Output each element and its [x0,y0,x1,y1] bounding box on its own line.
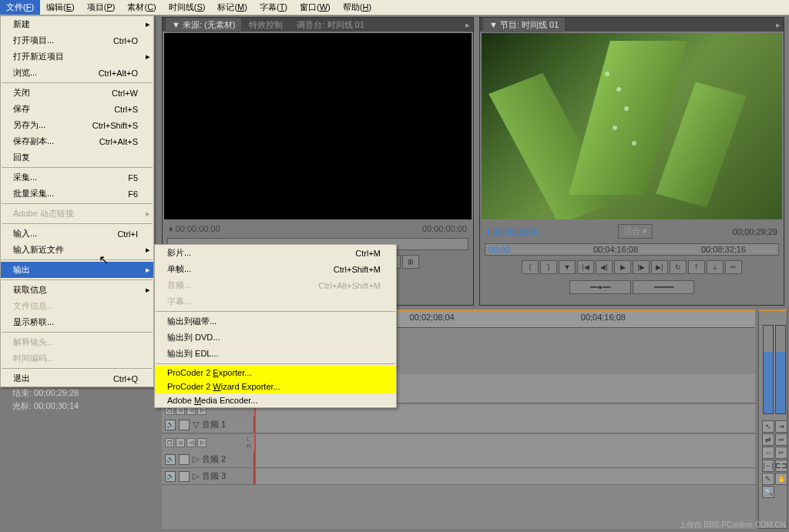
audio-track-1-header[interactable]: 🔊 ▽ 音频 1 [162,417,254,433]
export-menu-item[interactable]: 输出到 EDL... [155,346,396,362]
menu-file[interactable]: 文件(F) [0,0,40,15]
program-transport-controls: { } ▼ |◀ ◀| ▶ |▶ ▶| ↻ ⇡ ⇣ ✂ [480,257,784,277]
lock-icon[interactable] [179,454,190,465]
track-select-tool[interactable]: ⇥ [775,420,787,433]
lock-icon[interactable] [179,471,190,482]
play-button[interactable]: ▶ [614,260,631,274]
next-keyframe-icon[interactable]: ▷ [197,438,206,447]
tab-mixer[interactable]: 调音台: 时间线 01 [290,18,370,32]
slip-tool[interactable]: |↔| [762,460,774,472]
export-menu-item[interactable]: 输出到 DVD... [155,330,396,346]
marker-button[interactable]: ▼ [559,260,576,274]
file-menu-item[interactable]: 保存副本...Ctrl+Alt+S [1,133,153,149]
file-menu-item[interactable]: 输入新近文件▸ [1,242,153,258]
file-menu-item: 时间编码... [1,350,153,366]
menu-marker[interactable]: 标记(M) [211,0,253,15]
source-timecode-right: 00;00;00;00 [422,224,467,233]
slide-tool[interactable]: ⊏⊐ [775,460,787,472]
file-menu-item[interactable]: 新建▸ [1,16,153,32]
speaker-icon[interactable]: 🔊 [165,420,176,430]
jog-slider[interactable]: ━━●━━ [569,280,631,294]
menu-window[interactable]: 窗口(W) [294,0,337,15]
file-menu-item[interactable]: 关闭Ctrl+W [1,85,153,101]
export-menu-item[interactable]: ProCoder 2 Exporter... [155,366,396,380]
hand-tool[interactable]: ✋ [775,473,787,485]
program-timecode-left[interactable]: ♦ 00;00;00;00 [486,227,538,236]
program-viewport [482,33,782,219]
export-menu-item[interactable]: 输出到磁带... [155,313,396,330]
audio-track-3-header[interactable]: 🔊 ▷ 音频 3 [162,468,254,484]
rate-tool[interactable]: ↔ [762,447,774,459]
panel-menu-icon[interactable]: ▸ [776,20,781,30]
selection-tool[interactable]: ↖ [762,420,774,433]
program-monitor-panel: ▼ 节目: 时间线 01 ▸ ♦ 00;00;00;00 适合 ▾ 00;00;… [479,17,784,306]
file-menu-item[interactable]: 获取信息▸ [1,282,153,298]
audio-track-2-header[interactable]: 🔊 ▷ 音频 2 [162,451,254,467]
goto-out-button[interactable]: ▶| [651,260,668,274]
export-menu-item: 字幕... [155,293,396,309]
zoom-tool[interactable]: 🔍 [762,486,774,498]
file-menu-item[interactable]: 退出Ctrl+Q [1,370,153,386]
trim-button[interactable]: ✂ [725,260,742,274]
panel-menu-icon[interactable]: ▸ [465,20,470,30]
step-fwd-button[interactable]: |▶ [633,260,650,274]
extract-button[interactable]: ⇣ [707,260,724,274]
zoom-fit-dropdown[interactable]: 适合 ▾ [618,224,653,239]
program-time-ruler[interactable]: 00;00 00;04;16;08 00;08;32;16 [485,243,779,256]
export-menu-item[interactable]: Adobe Media Encoder... [155,393,396,407]
collapse-icon[interactable]: ▽ [193,420,199,430]
file-menu-item[interactable]: 输出▸ [1,262,153,278]
track-keyframe-icon[interactable]: ◇ [176,438,185,447]
info-end: 结束: 00;00;29;28 [8,386,158,400]
file-menu-item[interactable]: 另存为...Ctrl+Shift+S [1,117,153,133]
export-menu-item[interactable]: ProCoder 2 Wizard Exporter... [155,380,396,393]
file-menu-item[interactable]: 批量采集...F6 [1,186,153,202]
ripple-tool[interactable]: ⇄ [762,433,774,446]
menu-clip[interactable]: 素材(C) [121,0,162,15]
file-menu-item[interactable]: 显示桥联... [1,314,153,330]
file-menu-item[interactable]: 浏览...Ctrl+Alt+O [1,65,153,81]
file-menu-item[interactable]: 采集...F5 [1,169,153,186]
shuttle-slider[interactable]: ━━━━━ [633,280,694,294]
tab-source[interactable]: ▼ 来源: (无素材) [166,18,241,32]
lock-icon[interactable] [179,420,190,430]
goto-in-button[interactable]: |◀ [577,260,594,274]
expand-icon[interactable]: ▷ [193,454,199,464]
audio-track-1-content[interactable] [254,417,755,433]
file-menu-item[interactable]: 保存Ctrl+S [1,101,153,117]
file-menu-item[interactable]: 回复 [1,149,153,166]
source-viewport [164,33,472,219]
set-in-button[interactable]: { [522,260,539,274]
rolling-tool[interactable]: ⇔ [775,433,787,446]
razor-tool[interactable]: ✂ [775,447,787,459]
menu-edit[interactable]: 编辑(E) [40,0,81,15]
file-menu-item[interactable]: 打开项目...Ctrl+O [1,32,153,49]
meter-right [775,325,786,414]
menu-project[interactable]: 项目(P) [81,0,122,15]
tab-program[interactable]: ▼ 节目: 时间线 01 [483,18,565,32]
menu-help[interactable]: 帮助(H) [337,0,378,15]
overlay-button[interactable]: ⊞ [402,255,419,269]
pen-tool[interactable]: ✎ [762,473,774,485]
export-menu-item[interactable]: 单帧...Ctrl+Shift+M [155,261,396,277]
file-menu-item[interactable]: 输入...Ctrl+I [1,226,153,242]
speaker-icon[interactable]: 🔊 [165,454,176,465]
speaker-icon[interactable]: 🔊 [165,471,176,482]
step-back-button[interactable]: ◀| [596,260,613,274]
prev-keyframe-icon[interactable]: ◁ [186,438,196,447]
file-menu-item[interactable]: 打开新近项目▸ [1,49,153,65]
info-cursor: 光标: 00;00;30;14 [8,400,158,413]
lift-button[interactable]: ⇡ [688,260,705,274]
loop-button[interactable]: ↻ [670,260,687,274]
menu-title[interactable]: 字幕(T) [253,0,294,15]
tab-effects[interactable]: 特效控制 [243,18,289,32]
set-out-button[interactable]: } [540,260,557,274]
audio-track-3-content[interactable] [254,468,755,484]
menu-sequence[interactable]: 时间线(S) [163,0,212,15]
expand-icon[interactable]: ▷ [193,471,199,481]
file-menu-dropdown: 新建▸打开项目...Ctrl+O打开新近项目▸浏览...Ctrl+Alt+O关闭… [0,15,154,387]
track-output-icon[interactable]: ▢ [165,438,174,447]
export-menu-item[interactable]: 影片...Ctrl+M [155,245,396,261]
audio-track-2-content[interactable] [254,451,755,467]
program-timecode-right: 00;00;29;29 [733,227,777,236]
